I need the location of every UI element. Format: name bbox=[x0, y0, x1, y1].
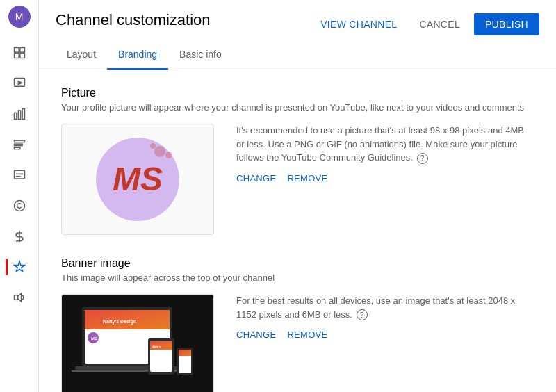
avatar[interactable]: M bbox=[8, 6, 31, 28]
svg-rect-1 bbox=[19, 48, 24, 53]
tab-layout[interactable]: Layout bbox=[56, 40, 107, 70]
tabs: Layout Branding Basic info bbox=[56, 40, 539, 70]
sidebar-icon-customize[interactable] bbox=[6, 253, 33, 281]
picture-section-title: Picture bbox=[61, 87, 534, 99]
sidebar-icon-layout[interactable] bbox=[6, 39, 33, 67]
svg-text:MS: MS bbox=[91, 336, 97, 341]
profile-initials: MS bbox=[113, 163, 163, 196]
svg-rect-9 bbox=[14, 140, 24, 142]
banner-change-button[interactable]: CHANGE bbox=[236, 329, 276, 340]
picture-remove-button[interactable]: REMOVE bbox=[287, 173, 327, 183]
banner-mockup-svg: Natty's Design MS Natty's bbox=[68, 300, 207, 392]
sidebar-icon-copyright[interactable] bbox=[6, 192, 33, 220]
banner-preview: Natty's Design MS Natty's bbox=[61, 294, 214, 392]
banner-actions: CHANGE REMOVE bbox=[236, 329, 534, 340]
picture-info: It's recommended to use a picture that's… bbox=[236, 124, 534, 183]
tab-branding[interactable]: Branding bbox=[107, 40, 168, 70]
banner-section-title: Banner image bbox=[61, 257, 534, 270]
svg-marker-5 bbox=[18, 81, 22, 85]
sidebar-icon-comments[interactable] bbox=[6, 131, 33, 158]
svg-text:Natty's Design: Natty's Design bbox=[103, 319, 136, 325]
banner-info: For the best results on all devices, use… bbox=[236, 294, 534, 340]
banner-section-body: Natty's Design MS Natty's bbox=[61, 294, 534, 392]
bubble-decoration-2 bbox=[165, 152, 172, 158]
sidebar-icon-monetization[interactable] bbox=[6, 222, 33, 250]
cancel-button[interactable]: CANCEL bbox=[411, 13, 468, 35]
picture-help-icon[interactable]: ? bbox=[417, 153, 428, 164]
svg-rect-12 bbox=[14, 170, 24, 179]
banner-help-icon[interactable]: ? bbox=[357, 309, 368, 320]
banner-remove-button[interactable]: REMOVE bbox=[287, 329, 327, 340]
svg-rect-3 bbox=[19, 54, 24, 58]
svg-rect-2 bbox=[14, 54, 19, 58]
header: Channel customization VIEW CHANNEL CANCE… bbox=[39, 0, 556, 70]
bubble-decoration-1 bbox=[154, 146, 165, 157]
svg-rect-6 bbox=[14, 113, 16, 119]
picture-change-button[interactable]: CHANGE bbox=[236, 173, 276, 183]
header-actions: VIEW CHANNEL CANCEL PUBLISH bbox=[312, 13, 539, 35]
view-channel-button[interactable]: VIEW CHANNEL bbox=[312, 13, 405, 35]
banner-section: Banner image This image will appear acro… bbox=[61, 257, 534, 392]
picture-actions: CHANGE REMOVE bbox=[236, 173, 534, 183]
svg-text:Natty's: Natty's bbox=[152, 345, 161, 348]
sidebar-icon-subtitles[interactable] bbox=[6, 161, 33, 189]
publish-button[interactable]: PUBLISH bbox=[474, 13, 539, 35]
picture-info-text: It's recommended to use a picture that's… bbox=[236, 124, 534, 165]
sidebar-icon-audio[interactable] bbox=[6, 284, 33, 311]
svg-rect-34 bbox=[179, 350, 191, 356]
svg-rect-7 bbox=[18, 111, 20, 120]
picture-section-body: MS It's recommended to use a picture tha… bbox=[61, 124, 534, 235]
svg-point-15 bbox=[14, 201, 24, 211]
picture-section: Picture Your profile picture will appear… bbox=[61, 87, 534, 235]
profile-circle: MS bbox=[96, 138, 179, 221]
svg-rect-8 bbox=[22, 109, 24, 120]
svg-rect-11 bbox=[14, 147, 19, 149]
svg-rect-10 bbox=[14, 144, 22, 146]
banner-info-text: For the best results on all devices, use… bbox=[236, 294, 534, 321]
sidebar-icon-analytics[interactable] bbox=[6, 100, 33, 128]
svg-marker-18 bbox=[17, 293, 21, 302]
sidebar-icon-play[interactable] bbox=[6, 70, 33, 97]
banner-section-desc: This image will appear across the top of… bbox=[61, 272, 534, 283]
page-title: Channel customization bbox=[56, 11, 211, 29]
svg-rect-0 bbox=[14, 48, 19, 53]
sidebar: M bbox=[0, 0, 39, 392]
tab-basic-info[interactable]: Basic info bbox=[168, 40, 233, 70]
content-area: Picture Your profile picture will appear… bbox=[39, 70, 556, 392]
picture-section-desc: Your profile picture will appear where y… bbox=[61, 102, 534, 113]
picture-preview: MS bbox=[61, 124, 214, 235]
bubble-decoration-3 bbox=[150, 143, 156, 149]
main-content: Channel customization VIEW CHANNEL CANCE… bbox=[39, 0, 556, 392]
